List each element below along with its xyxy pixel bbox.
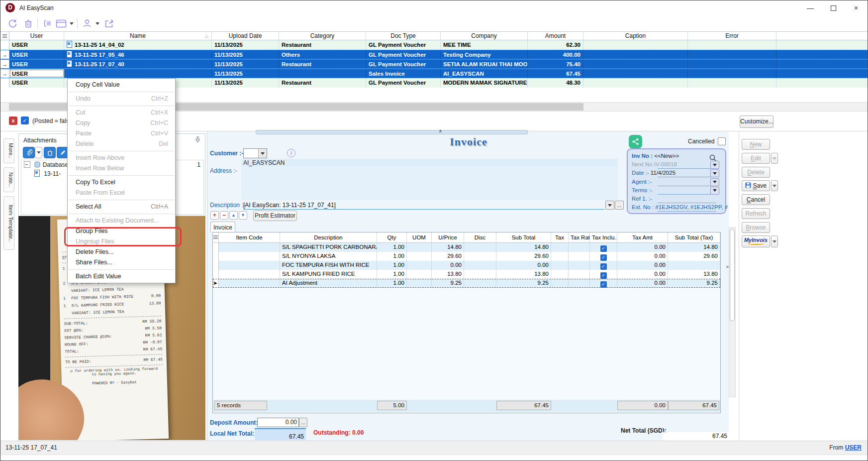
grid-cell-caption[interactable]	[583, 78, 688, 88]
item-cell-uom[interactable]	[407, 252, 432, 261]
item-cell-tax[interactable]	[551, 243, 569, 252]
items-column-header[interactable]: Description	[280, 232, 377, 242]
invoice-item-row[interactable]: S/L SPAGHETTI PORK CARBONARA1.0014.8014.…	[213, 243, 720, 252]
share-invoice-button[interactable]	[629, 135, 642, 148]
myinvois-button[interactable]: MyInvois	[742, 235, 770, 247]
attach-file-button[interactable]	[23, 147, 35, 158]
field-dropdown[interactable]	[710, 187, 719, 195]
grid-cell-doc_type[interactable]: GL Payment Voucher	[366, 60, 441, 68]
grid-cell-caption[interactable]	[583, 40, 688, 50]
item-cell-qty[interactable]: 1.00	[377, 279, 407, 288]
item-cell-tax_rate[interactable]	[569, 243, 590, 252]
layout-button[interactable]	[55, 18, 67, 29]
grid-cell-user[interactable]: USER	[9, 50, 64, 59]
item-cell-tax_amt[interactable]: 0.00	[617, 279, 668, 288]
grid-cell-name[interactable]: 13-11-25 14_04_02	[64, 40, 212, 50]
item-cell-uom[interactable]	[407, 261, 432, 270]
grid-cell-company[interactable]: MEE TIME	[441, 40, 528, 50]
combo-dropdown[interactable]	[258, 149, 267, 158]
table-row[interactable]: USER13-11-25 14_04_0211/13/2025Restauran…	[0, 40, 868, 50]
item-cell-tax_inclusive[interactable]: ✓	[590, 261, 617, 270]
table-row[interactable]: →USER13-11-25 17_05_4611/13/2025OthersGL…	[0, 50, 868, 59]
column-header-doc_type[interactable]: Doc Type	[366, 32, 441, 40]
column-header-user[interactable]: User	[9, 32, 64, 40]
grid-cell-name[interactable]	[64, 69, 212, 78]
grid-cell-doc_type[interactable]: GL Payment Voucher	[366, 50, 441, 59]
column-header-caption[interactable]: Caption	[583, 32, 688, 40]
description-more-button[interactable]: ...	[615, 201, 624, 210]
item-cell-tax_rate[interactable]	[569, 270, 590, 279]
grid-cell-user[interactable]: USER	[9, 78, 64, 88]
item-cell-tax_amt[interactable]: 0.00	[617, 270, 668, 279]
field-dropdown[interactable]	[710, 169, 719, 177]
grid-cell-category[interactable]: Restaurant	[279, 60, 366, 68]
share-button[interactable]	[103, 18, 115, 29]
menu-item-copy-cell-value[interactable]: Copy Cell Value	[68, 80, 175, 90]
cancel-button[interactable]: Cancel	[742, 194, 770, 205]
maximize-button[interactable]	[822, 0, 845, 15]
item-cell-u_price[interactable]: 14.80	[432, 243, 464, 252]
cancelled-checkbox[interactable]	[718, 137, 726, 145]
item-cell-item_code[interactable]	[219, 243, 280, 252]
collapse-panel-button[interactable]	[41, 18, 53, 29]
user-dropdown[interactable]	[94, 18, 101, 29]
grid-cell-error[interactable]	[688, 40, 776, 50]
item-cell-uom[interactable]	[407, 270, 432, 279]
myinvois-dropdown[interactable]	[771, 235, 778, 247]
items-column-header[interactable]: Item Code	[219, 232, 280, 242]
invoice-item-row[interactable]: FOC TEMPURA FISH WITH RICE1.000.000.00✓0…	[213, 261, 720, 270]
item-cell-disc[interactable]	[464, 252, 496, 261]
menu-item-insert-row-below[interactable]: Insert Row Below	[68, 163, 175, 174]
side-tab-note[interactable]: Note..	[3, 167, 14, 192]
field-dropdown[interactable]	[710, 161, 719, 169]
item-cell-item_code[interactable]	[219, 279, 280, 288]
item-cell-u_price[interactable]: 9.25	[432, 279, 464, 288]
item-cell-tax_inclusive[interactable]: ✓	[590, 279, 617, 288]
menu-item-batch-edit-value[interactable]: Batch Edit Value	[68, 271, 175, 282]
description-field[interactable]: [AI EasyScan: 13-11-25 17_07_41]	[243, 202, 601, 209]
item-cell-item_code[interactable]	[219, 252, 280, 261]
minimize-button[interactable]: —	[799, 0, 822, 15]
tax-inclusive-checkbox[interactable]: ✓	[600, 245, 607, 252]
customer-combo[interactable]	[243, 148, 267, 158]
item-cell-qty[interactable]: 1.00	[377, 261, 407, 270]
item-cell-item_code[interactable]	[219, 270, 280, 279]
item-cell-sub_total_tax[interactable]: 13.80	[668, 270, 720, 279]
move-row-down-button[interactable]: ▼	[239, 211, 247, 220]
item-cell-tax[interactable]	[551, 252, 569, 261]
grid-cell-doc_type[interactable]: GL Payment Voucher	[366, 40, 441, 50]
item-cell-tax[interactable]	[551, 261, 569, 270]
scrollbar-thumb[interactable]	[730, 229, 735, 321]
item-cell-tax_inclusive[interactable]: ✓	[590, 252, 617, 261]
item-cell-sub_total[interactable]: 9.25	[496, 279, 551, 288]
user-button[interactable]	[81, 18, 93, 29]
grid-cell-filler[interactable]	[776, 60, 868, 68]
column-header-name[interactable]: Name△	[64, 32, 212, 40]
pin-icon[interactable]	[194, 136, 201, 145]
table-row[interactable]: →USER13-11-25 17_07_4011/13/2025Restaura…	[0, 59, 868, 69]
grid-cell-category[interactable]	[279, 69, 366, 78]
menu-item-select-all[interactable]: Select AllCtrl+A	[68, 202, 175, 212]
menu-item-paste-from-excel[interactable]: Paste From Excel	[68, 188, 175, 198]
items-column-header[interactable]: Sub Total (Tax)	[668, 232, 720, 242]
item-cell-tax[interactable]	[551, 279, 569, 288]
customer-name-field[interactable]: AI_EASYSCAN	[241, 159, 618, 167]
delete-button[interactable]	[22, 18, 34, 29]
item-cell-sub_total_tax[interactable]: 14.80	[668, 243, 720, 252]
item-cell-qty[interactable]: 1.00	[377, 252, 407, 261]
delete-attachment-button[interactable]	[44, 147, 56, 158]
item-cell-qty[interactable]: 1.00	[377, 243, 407, 252]
menu-item-cut[interactable]: CutCtrl+X	[68, 108, 175, 118]
menu-item-delete[interactable]: DeleteDel	[68, 139, 175, 149]
item-cell-tax_inclusive[interactable]: ✓	[590, 270, 617, 279]
info-icon[interactable]: i	[287, 149, 295, 157]
tax-inclusive-checkbox[interactable]: ✓	[600, 263, 607, 270]
grid-cell-error[interactable]	[688, 60, 776, 68]
items-column-header[interactable]: Tax Inclu...	[590, 232, 617, 242]
column-header-category[interactable]: Category	[279, 32, 366, 40]
grid-cell-upload_date[interactable]: 11/13/2025	[212, 40, 279, 50]
menu-item-delete-files[interactable]: Delete Files...	[68, 247, 175, 257]
grid-cell-user[interactable]: USER	[9, 60, 64, 68]
item-cell-uom[interactable]	[407, 279, 432, 288]
grid-cell-amount[interactable]: 67.45	[528, 69, 583, 78]
